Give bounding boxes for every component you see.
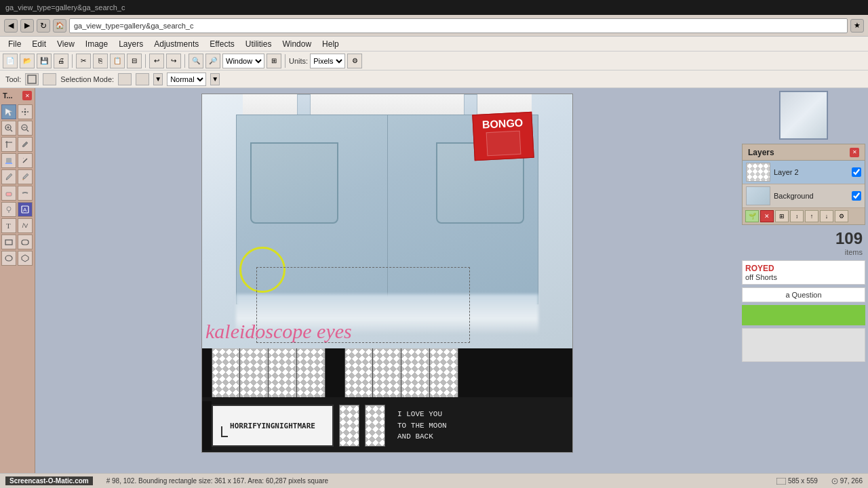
layer2-thumbnail: [746, 163, 770, 182]
measure-tool[interactable]: /V: [18, 218, 33, 233]
star-button[interactable]: ★: [850, 19, 864, 33]
zoom-in-icon: [5, 124, 13, 132]
tb-crop[interactable]: ⊟: [127, 54, 142, 68]
horror-text: HORRIFYINGNIGHTMARE: [230, 422, 315, 430]
crop-icon: [5, 140, 13, 148]
svg-rect-10: [5, 163, 12, 164]
menu-file[interactable]: File: [3, 38, 26, 50]
roundrect-icon: [21, 238, 29, 246]
status-position: 97, 266: [831, 477, 863, 485]
background-visibility[interactable]: [852, 191, 861, 201]
layer-row-layer2[interactable]: Layer 2: [743, 161, 865, 184]
ask-question-button[interactable]: a Question: [742, 287, 865, 302]
canvas[interactable]: BONGO kaleidoscope eyes: [201, 94, 573, 453]
tb-zoom-out[interactable]: 🔍: [189, 54, 203, 68]
layers-header: Layers ✕: [743, 144, 865, 161]
checker-cell-6: [373, 348, 401, 397]
status-coordinates: # 98, 102. Bounding rectangle size: 361 …: [106, 477, 328, 485]
reload-button[interactable]: ↻: [37, 19, 50, 33]
polygon-tool[interactable]: [18, 251, 33, 266]
menu-help[interactable]: Help: [317, 38, 344, 50]
layers-delete-btn[interactable]: ✕: [760, 210, 774, 222]
roundrect-tool[interactable]: [18, 235, 33, 249]
svg-point-15: [7, 207, 11, 211]
item-card: ROYED off Shorts: [742, 260, 865, 285]
select-tool[interactable]: [1, 104, 16, 119]
home-button[interactable]: 🏠: [53, 19, 66, 33]
smudge-tool[interactable]: [18, 186, 33, 201]
layers-add-btn[interactable]: 🌱: [745, 210, 759, 222]
layers-down-btn[interactable]: ↓: [820, 210, 833, 222]
svg-line-3: [11, 130, 13, 132]
address-bar[interactable]: ga_view_type=gallery&ga_search_c: [69, 18, 848, 33]
ellipse-icon: [5, 254, 13, 262]
status-bar: Screencast-O-Matic.com # 98, 102. Boundi…: [0, 473, 868, 488]
layers-close-button[interactable]: ✕: [850, 148, 859, 157]
tb-copy[interactable]: ⎘: [93, 54, 108, 68]
menu-bar: File Edit View Image Layers Adjustments …: [0, 37, 868, 52]
rectangle-icon: [5, 238, 13, 246]
tb-grid[interactable]: ⊞: [267, 54, 281, 68]
svg-rect-9: [6, 158, 12, 163]
eraser-tool[interactable]: [1, 186, 16, 201]
toolbox-close-button[interactable]: ✕: [22, 91, 32, 100]
tb-settings[interactable]: ⚙: [347, 54, 362, 68]
dodge-tool[interactable]: [1, 202, 16, 217]
canvas-image-area: BONGO kaleidoscope eyes: [202, 94, 572, 348]
tb-zoom-in[interactable]: 🔎: [205, 54, 220, 68]
pencil-icon: [5, 173, 13, 181]
tb-new[interactable]: 📄: [3, 54, 18, 68]
selection-mode-btn[interactable]: [118, 73, 132, 85]
tool-option-btn2[interactable]: [43, 73, 56, 85]
menu-effects[interactable]: Effects: [204, 38, 239, 50]
mode-select[interactable]: Normal: [167, 73, 206, 86]
wand-tool[interactable]: [18, 153, 33, 168]
rectangle-tool[interactable]: [1, 235, 16, 249]
dropdown-arrow[interactable]: ▼: [153, 73, 163, 85]
tb-undo[interactable]: ↩: [149, 54, 164, 68]
layer-row-background[interactable]: Background: [743, 184, 865, 208]
forward-button[interactable]: ▶: [20, 19, 34, 33]
mode-dropdown-arrow[interactable]: ▼: [210, 73, 220, 85]
zoom-in-tool[interactable]: [1, 121, 16, 136]
layer2-visibility[interactable]: [852, 167, 861, 177]
selection-mode-btn2[interactable]: [136, 73, 149, 85]
tb-cut[interactable]: ✂: [76, 54, 91, 68]
eyedropper-tool[interactable]: [18, 137, 33, 152]
pencil-tool[interactable]: [1, 169, 16, 184]
units-select[interactable]: Pixels: [310, 54, 345, 68]
tool-row-3: [1, 137, 33, 152]
zoom-out-tool[interactable]: [18, 121, 33, 136]
move-tool[interactable]: [18, 104, 33, 119]
brush-tool[interactable]: [18, 169, 33, 184]
gray-placeholder-box: [742, 328, 865, 362]
toolbox-header: T... ✕: [1, 89, 33, 103]
back-button[interactable]: ◀: [4, 19, 18, 33]
layers-up-btn[interactable]: ↑: [805, 210, 818, 222]
tb-paste[interactable]: 📋: [110, 54, 125, 68]
fill-tool[interactable]: [1, 153, 16, 168]
menu-view[interactable]: View: [52, 38, 80, 50]
menu-image[interactable]: Image: [80, 38, 113, 50]
menu-edit[interactable]: Edit: [26, 38, 52, 50]
menu-layers[interactable]: Layers: [113, 38, 149, 50]
tb-redo[interactable]: ↪: [166, 54, 181, 68]
menu-utilities[interactable]: Utilities: [240, 38, 277, 50]
menu-window[interactable]: Window: [277, 38, 317, 50]
crop-tool[interactable]: [1, 137, 16, 152]
menu-adjustments[interactable]: Adjustments: [149, 38, 204, 50]
ellipse-tool[interactable]: [1, 251, 16, 266]
green-action-bar[interactable]: [742, 305, 865, 325]
layers-duplicate-btn[interactable]: ⊞: [775, 210, 789, 222]
window-select[interactable]: Window: [222, 54, 264, 68]
tool-option-btn[interactable]: [25, 73, 39, 85]
tb-divider-2: [145, 54, 146, 68]
tb-save[interactable]: 💾: [37, 54, 52, 68]
burn-tool[interactable]: A: [18, 202, 33, 217]
layers-settings-btn[interactable]: ⚙: [835, 210, 848, 222]
tb-print[interactable]: 🖨: [54, 54, 68, 68]
layers-merge-btn[interactable]: ↕: [790, 210, 804, 222]
tb-divider-3: [184, 54, 185, 68]
text-tool[interactable]: T: [1, 218, 16, 233]
tb-open[interactable]: 📂: [20, 54, 35, 68]
